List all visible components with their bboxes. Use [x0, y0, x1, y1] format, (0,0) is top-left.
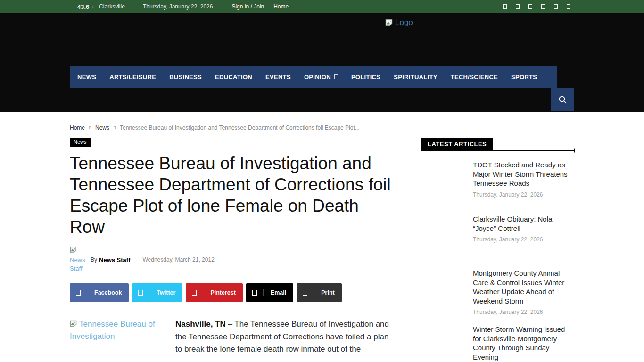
nav-item-label: NEWS [77, 74, 96, 81]
share-button[interactable]: Print [297, 283, 341, 302]
share-service-icon [303, 290, 307, 296]
site-header: Logo NEWS ARTS/LEISURE BUSINESS EDUCATIO… [0, 13, 644, 112]
article-title: Tennessee Bureau of Investigation and Te… [70, 153, 395, 238]
social-icon[interactable] [528, 4, 532, 9]
share-button-label: Pinterest [203, 289, 243, 296]
nav-item[interactable]: BUSINESS [163, 66, 208, 88]
author-avatar[interactable]: News Staff [70, 247, 87, 273]
share-button[interactable]: Twitter [132, 283, 182, 302]
breadcrumb-separator-icon [89, 126, 91, 129]
latest-articles-title: LATEST ARTICLES [421, 138, 493, 151]
broken-image-icon [385, 19, 394, 27]
nav-item[interactable]: POLITICS [345, 66, 387, 88]
byline: News Staff By News Staff Wednesday, Marc… [70, 247, 395, 273]
topbar-home-link[interactable]: Home [273, 3, 289, 10]
social-icon[interactable] [567, 4, 570, 9]
sidebar-article: Montgomery County Animal Care & Control … [421, 269, 574, 315]
nav-item[interactable]: EVENTS [259, 66, 297, 88]
sidebar-article-title[interactable]: TDOT Stocked and Ready as Major Winter S… [473, 160, 574, 188]
latest-articles-header: LATEST ARTICLES [421, 138, 574, 151]
social-icons-group [503, 4, 570, 9]
share-button-label: Facebook [87, 289, 129, 296]
chevron-down-icon [334, 74, 338, 79]
share-service-icon [138, 290, 143, 296]
share-button-label: Email [264, 289, 293, 296]
social-icon[interactable] [541, 4, 545, 9]
sidebar-article-title[interactable]: Winter Storm Warning Issued for Clarksvi… [473, 325, 574, 362]
nav-item[interactable]: SPIRITUALITY [387, 66, 444, 88]
temperature-unit: F [92, 5, 95, 9]
nav-item[interactable]: TECH/SCIENCE [444, 66, 504, 88]
top-bar: 43.6 F Clarksville Thursday, January 22,… [0, 0, 644, 13]
header-end-decoration [572, 148, 575, 153]
social-icon[interactable] [503, 4, 507, 9]
search-icon [558, 95, 568, 105]
nav-item[interactable]: NEWS [71, 66, 103, 88]
sidebar-article-date: Thursday, January 22, 2026 [473, 309, 574, 315]
nav-item-label: BUSINESS [169, 74, 202, 81]
social-icon[interactable] [554, 4, 558, 9]
sidebar-article: Winter Storm Warning Issued for Clarksvi… [421, 325, 574, 362]
share-service-icon [192, 290, 197, 296]
avatar-alt-text: News Staff [70, 256, 85, 272]
nav-item-label: POLITICS [351, 74, 380, 81]
article-image-link[interactable]: Tennessee Bureau of Investigation [70, 318, 168, 343]
author-link[interactable]: News Staff [99, 256, 130, 263]
sidebar-article-date: Thursday, January 22, 2026 [473, 191, 574, 198]
publish-date: Wednesday, March 21, 2012 [142, 256, 214, 263]
main-navigation: NEWS ARTS/LEISURE BUSINESS EDUCATION EVE… [70, 66, 557, 88]
category-badge[interactable]: News [70, 138, 91, 147]
sidebar-article: TDOT Stocked and Ready as Major Winter S… [421, 160, 574, 205]
article-body: Tennessee Bureau of Investigation Nashvi… [70, 318, 395, 356]
share-buttons: Facebook Twitter Pinterest Em [70, 283, 395, 302]
nav-item-label: SPORTS [511, 74, 537, 81]
nav-item-label: EVENTS [265, 74, 291, 81]
share-button-label: Print [314, 289, 341, 296]
sidebar-article-title[interactable]: Montgomery County Animal Care & Control … [473, 269, 574, 305]
share-button[interactable]: Email [246, 283, 293, 302]
share-service-icon [252, 290, 257, 296]
nav-item[interactable]: SPORTS [504, 66, 544, 88]
nav-item-label: OPINION [304, 74, 331, 81]
sidebar-article: Clarksville Obituary: Nola “Joyce” Cottr… [421, 214, 574, 259]
broken-image-icon [70, 247, 78, 254]
sidebar-article-date: Thursday, January 22, 2026 [473, 236, 574, 243]
breadcrumb-separator-icon [114, 126, 116, 129]
nav-item-label: SPIRITUALITY [394, 74, 437, 81]
nav-item[interactable]: OPINION [297, 66, 345, 88]
nav-item-label: TECH/SCIENCE [451, 74, 498, 81]
breadcrumb-section[interactable]: News [95, 124, 109, 131]
weather-icon [70, 4, 74, 9]
breadcrumb: Home News Tennessee Bureau of Investigat… [70, 124, 395, 131]
nav-item-label: ARTS/LEISURE [109, 74, 156, 81]
dateline: Nashville, TN [175, 320, 226, 329]
nav-item[interactable]: EDUCATION [208, 66, 259, 88]
breadcrumb-home[interactable]: Home [70, 124, 85, 131]
article-column: Home News Tennessee Bureau of Investigat… [70, 124, 395, 362]
search-button[interactable] [551, 88, 574, 111]
share-button[interactable]: Facebook [70, 283, 129, 302]
breadcrumb-current-page: Tennessee Bureau of Investigation and Te… [120, 124, 360, 131]
site-logo[interactable]: Logo [385, 18, 413, 27]
share-button[interactable]: Pinterest [186, 283, 243, 302]
nav-item[interactable]: ARTS/LEISURE [103, 66, 163, 88]
page-content: Home News Tennessee Bureau of Investigat… [0, 112, 644, 362]
temperature-value: 43.6 [77, 3, 89, 10]
share-button-label: Twitter [149, 289, 182, 296]
sidebar: LATEST ARTICLES TDOT Stocked and Ready a… [421, 124, 574, 362]
social-icon[interactable] [516, 4, 520, 9]
sign-in-link[interactable]: Sign in / Join [231, 3, 264, 10]
byline-prefix: By [91, 256, 97, 263]
nav-item-label: EDUCATION [215, 74, 252, 81]
image-alt-text: Tennessee Bureau of Investigation [70, 320, 155, 341]
share-service-icon [76, 290, 81, 296]
broken-image-icon [70, 320, 78, 328]
logo-alt-text: Logo [395, 18, 413, 27]
weather-city: Clarksville [99, 3, 125, 10]
article-paragraph: Nashville, TN – The Tennessee Bureau of … [175, 318, 393, 356]
topbar-date: Thursday, January 22, 2026 [143, 3, 213, 10]
weather-widget: 43.6 F Clarksville [70, 3, 125, 10]
sidebar-article-title[interactable]: Clarksville Obituary: Nola “Joyce” Cottr… [473, 214, 574, 233]
